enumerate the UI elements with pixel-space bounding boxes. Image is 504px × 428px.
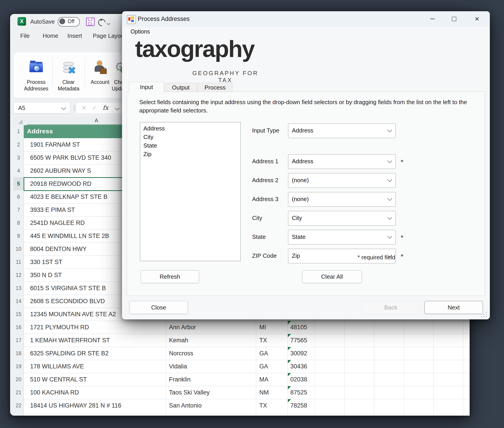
cell-address-row-11[interactable]: 330 1ST ST [27, 255, 63, 269]
insert-function-icon[interactable]: fx [103, 104, 108, 111]
undo-dropdown-chevron-icon[interactable] [107, 22, 110, 25]
row-number-13[interactable]: 13 [14, 282, 24, 295]
minimize-button[interactable]: ─ [426, 11, 439, 26]
list-item-zip[interactable]: Zip [140, 150, 240, 158]
selector-dropdown-state[interactable]: State [288, 230, 396, 245]
excel-menu-tab-home[interactable]: Home [43, 32, 58, 39]
cell-city-row-16[interactable]: Ann Arbor [169, 321, 196, 334]
dialog-titlebar[interactable]: Process Addresses ─ □ × [122, 11, 490, 27]
cell-address-row-10[interactable]: 8004 DENTON HWY [27, 242, 87, 255]
cell-state-row-19[interactable]: GA [259, 360, 268, 373]
cell-address-row-8[interactable]: 2541D NAGLEE RD [27, 216, 85, 229]
row-number-3[interactable]: 3 [14, 151, 24, 164]
cell-zip-row-18[interactable]: 30092 [290, 347, 307, 360]
autosave-toggle[interactable]: Off [58, 17, 80, 26]
row-number-4[interactable]: 4 [14, 164, 24, 177]
cell-address-row-18[interactable]: 6325 SPALDING DR STE B2 [27, 347, 109, 360]
ribbon-button-process-addresses[interactable]: ProcessAddresses [19, 56, 53, 96]
cell-address-row-3[interactable]: 6505 W PARK BLVD STE 340 [27, 151, 111, 164]
field-list-box[interactable]: AddressCityStateZip [140, 122, 241, 261]
list-item-address[interactable]: Address [140, 124, 240, 133]
cell-address-row-20[interactable]: 510 W CENTRAL ST [27, 373, 87, 386]
row-number-15[interactable]: 15 [14, 308, 24, 321]
close-button[interactable]: Close [129, 301, 188, 314]
cell-state-row-16[interactable]: MI [259, 321, 266, 334]
row-number-22[interactable]: 22 [14, 399, 24, 412]
list-item-state[interactable]: State [140, 141, 240, 150]
row-number-20[interactable]: 20 [14, 373, 24, 386]
cell-address-row-9[interactable]: 445 E WINDMILL LN STE 2B [27, 229, 109, 242]
row-number-14[interactable]: 14 [14, 295, 24, 308]
row-number-7[interactable]: 7 [14, 203, 24, 216]
row-number-11[interactable]: 11 [14, 255, 24, 269]
cell-address-row-14[interactable]: 2608 S ESCONDIDO BLVD [27, 295, 105, 308]
selector-dropdown-input-type[interactable]: Address [288, 123, 396, 138]
row-number-5[interactable]: 5 [14, 177, 24, 190]
row-number-9[interactable]: 9 [14, 229, 24, 242]
list-item-city[interactable]: City [140, 133, 240, 141]
cell-city-row-21[interactable]: Taos Ski Valley [169, 386, 210, 399]
excel-menu-tab-insert[interactable]: Insert [67, 32, 82, 39]
cell-address-row-4[interactable]: 2602 AUBURN WAY S [27, 164, 91, 177]
cell-city-row-17[interactable]: Kemah [169, 334, 188, 347]
selector-dropdown-address-3[interactable]: (none) [288, 192, 396, 207]
cancel-entry-icon[interactable]: ✕ [81, 104, 87, 112]
refresh-button[interactable]: Refresh [141, 270, 199, 283]
cell-state-row-21[interactable]: NM [259, 386, 269, 399]
row-number-6[interactable]: 6 [14, 190, 24, 203]
cell-city-row-19[interactable]: Vidalia [169, 360, 187, 373]
excel-menu-tab-page-layout[interactable]: Page Layout [93, 32, 126, 39]
row-number-17[interactable]: 17 [14, 334, 24, 347]
cell-zip-row-16[interactable]: 48105 [290, 321, 307, 334]
selector-dropdown-address-1[interactable]: Address [288, 154, 396, 169]
select-all-corner[interactable] [14, 116, 24, 125]
cell-zip-row-21[interactable]: 87525 [290, 386, 307, 399]
cell-address-row-21[interactable]: 100 KACHINA RD [27, 386, 79, 399]
cell-zip-row-17[interactable]: 77565 [290, 334, 307, 347]
maximize-button[interactable]: □ [447, 11, 461, 26]
cell-state-row-18[interactable]: GA [259, 347, 268, 360]
row-number-8[interactable]: 8 [14, 216, 24, 229]
row-number-2[interactable]: 2 [14, 138, 24, 151]
back-button[interactable]: Back [361, 301, 420, 314]
close-window-button[interactable]: × [470, 11, 484, 26]
row-number-1[interactable]: 1 [14, 128, 24, 134]
row-number-12[interactable]: 12 [14, 269, 24, 282]
confirm-entry-icon[interactable]: ✓ [92, 104, 97, 112]
name-box[interactable]: A5 [14, 102, 70, 114]
cell-address-row-17[interactable]: 1 KEMAH WATERFRONT ST [27, 334, 110, 347]
cell-city-row-18[interactable]: Norcross [169, 347, 193, 360]
cell-state-row-22[interactable]: TX [259, 399, 267, 412]
next-button[interactable]: Next [424, 301, 483, 314]
cell-address-row-7[interactable]: 3933 E PIMA ST [27, 203, 75, 216]
row-number-19[interactable]: 19 [14, 360, 24, 373]
row-number-16[interactable]: 16 [14, 321, 24, 334]
save-icon[interactable] [86, 17, 95, 26]
tab-input[interactable]: Input [129, 82, 164, 93]
row-number-21[interactable]: 21 [14, 386, 24, 399]
tab-output[interactable]: Output [164, 83, 197, 92]
excel-menu-tab-file[interactable]: File [20, 32, 30, 39]
selector-dropdown-city[interactable]: City [288, 211, 396, 226]
tab-process[interactable]: Process [198, 83, 232, 92]
cell-address-row-22[interactable]: 18414 US HIGHWAY 281 N # 116 [27, 399, 121, 412]
cell-state-row-20[interactable]: MA [259, 373, 269, 386]
cell-zip-row-20[interactable]: 02038 [290, 373, 307, 386]
ribbon-button-clear-metadata[interactable]: ClearMetadata [52, 56, 85, 96]
formula-bar-chevron-icon[interactable] [115, 106, 120, 110]
resize-grip-icon[interactable] [481, 311, 487, 317]
row-number-18[interactable]: 18 [14, 347, 24, 360]
cell-address-row-6[interactable]: 4023 E BELKNAP ST STE B [27, 190, 107, 203]
cell-address-row-15[interactable]: 12345 MOUNTAIN AVE STE A2 [27, 308, 116, 321]
cell-address-row-16[interactable]: 1721 PLYMOUTH RD [27, 321, 89, 334]
cell-address-row-19[interactable]: 178 WILLIAMS AVE [27, 360, 84, 373]
cell-address-row-13[interactable]: 6015 S VIRGINIA ST STE B [27, 282, 106, 295]
cell-address-row-12[interactable]: 350 N D ST [27, 269, 62, 282]
cell-address-row-2[interactable]: 1901 FARNAM ST [27, 138, 80, 151]
clear-all-button[interactable]: Clear All [302, 270, 362, 283]
cell-zip-row-19[interactable]: 30436 [290, 360, 307, 373]
cell-zip-row-22[interactable]: 78258 [290, 399, 307, 412]
cell-state-row-17[interactable]: TX [259, 334, 267, 347]
menu-options[interactable]: Options [131, 28, 150, 35]
selector-dropdown-address-2[interactable]: (none) [288, 173, 396, 188]
